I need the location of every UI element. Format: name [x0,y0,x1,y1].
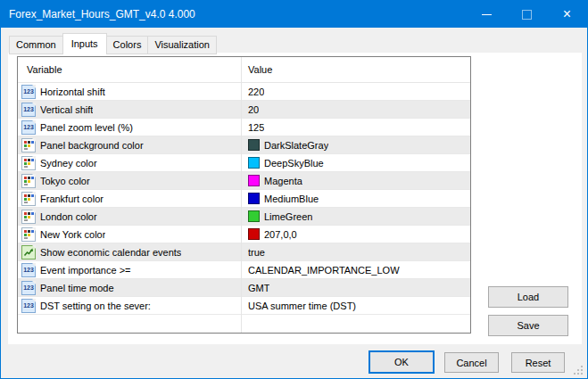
table-row[interactable]: 123 Horizontal shift 220 [18,83,470,101]
color-swatch [248,193,260,204]
color-swatch [248,157,260,169]
table-row[interactable]: Frankfurt color MediumBlue [18,190,470,208]
ok-button[interactable]: OK [369,350,435,374]
column-separator[interactable] [241,57,242,333]
numeric-input-icon: 123 [21,281,36,295]
value-text[interactable]: 207,0,0 [264,229,297,240]
table-row[interactable]: Panel background color DarkSlateGray [18,136,470,154]
value-text[interactable]: 20 [248,104,259,115]
title-bar[interactable]: Forex_Market_Hours_GMT_v4.0 4.000 × [1,1,587,28]
tab-common[interactable]: Common [9,36,63,54]
table-row[interactable]: 123 DST setting on the sever: USA summer… [18,297,470,315]
value-text[interactable]: Magenta [264,176,302,186]
table-body: 123 Horizontal shift 220 123 Vertical sh… [18,83,470,315]
value-text[interactable]: DarkSlateGray [264,140,328,151]
maximize-icon [522,10,532,20]
variable-name: Event importance >= [40,265,131,276]
color-swatch [248,175,260,186]
table-row[interactable]: 123 Panel time mode GMT [18,279,470,297]
color-input-icon [21,210,36,224]
table-row[interactable]: 123 Event importance >= CALENDAR_IMPORTA… [18,261,470,279]
minimize-button[interactable] [467,1,507,28]
variable-name: Panel background color [40,140,144,151]
tab-colors[interactable]: Colors [106,36,149,54]
numeric-input-icon: 123 [21,263,36,277]
column-header-value[interactable]: Value [241,64,470,75]
value-text[interactable]: CALENDAR_IMPORTANCE_LOW [248,265,400,276]
variable-name: Panel time mode [40,283,114,293]
table-row[interactable]: 123 Panel zoom level (%) 125 [18,119,470,136]
maximize-button [507,1,547,28]
minimize-icon [482,14,492,15]
tab-strip: Common Inputs Colors Visualization [9,33,216,54]
close-icon: × [563,7,571,21]
numeric-input-icon: 123 [21,103,36,117]
tab-inputs[interactable]: Inputs [62,33,107,54]
numeric-input-icon: 123 [21,299,36,313]
value-text[interactable]: USA summer time (DST) [248,301,356,311]
variable-name: London color [40,211,97,222]
value-text[interactable]: LimeGreen [264,211,312,222]
color-input-icon [21,138,36,152]
load-button[interactable]: Load [488,286,568,308]
dialog-window: Forex_Market_Hours_GMT_v4.0 4.000 × Comm… [0,0,588,379]
tab-visualization[interactable]: Visualization [147,36,217,54]
table-header: Variable Value [18,57,470,83]
value-text[interactable]: true [248,247,265,258]
color-swatch [248,210,260,222]
numeric-input-icon: 123 [21,120,36,135]
window-title: Forex_Market_Hours_GMT_v4.0 4.000 [1,8,467,21]
variable-name: Horizontal shift [40,87,105,97]
table-row[interactable]: London color LimeGreen [18,208,470,226]
parameters-table: Variable Value 123 Horizontal shift 220 … [17,56,471,334]
value-text[interactable]: GMT [248,283,269,293]
table-row[interactable]: Show economic calendar events true [18,243,470,261]
color-swatch [248,139,260,151]
value-text[interactable]: MediumBlue [264,194,319,204]
table-row[interactable]: New York color 207,0,0 [18,226,470,243]
table-row[interactable]: Sydney color DeepSkyBlue [18,154,470,172]
value-text[interactable]: DeepSkyBlue [264,158,324,169]
value-text[interactable]: 125 [248,122,264,133]
variable-name: Panel zoom level (%) [40,122,133,133]
color-input-icon [21,227,36,242]
variable-name: Sydney color [40,158,97,169]
variable-name: DST setting on the sever: [40,301,151,311]
save-button[interactable]: Save [488,315,568,336]
numeric-input-icon: 123 [21,85,36,99]
color-input-icon [21,156,36,170]
color-input-icon [21,192,36,206]
column-header-variable[interactable]: Variable [18,64,241,75]
table-row[interactable]: 123 Vertical shift 20 [18,101,470,119]
color-swatch [248,228,260,240]
calendar-event-icon [21,245,36,260]
variable-name: Frankfurt color [40,194,104,204]
reset-button[interactable]: Reset [511,352,565,373]
color-input-icon [21,174,36,188]
variable-name: New York color [40,229,105,240]
variable-name: Show economic calendar events [40,247,181,258]
cancel-button[interactable]: Cancel [444,352,499,373]
resize-grip[interactable] [582,374,583,375]
variable-name: Tokyo color [40,176,90,186]
variable-name: Vertical shift [40,104,93,115]
close-button[interactable]: × [547,1,587,28]
value-text[interactable]: 220 [248,87,264,97]
table-row[interactable]: Tokyo color Magenta [18,172,470,190]
